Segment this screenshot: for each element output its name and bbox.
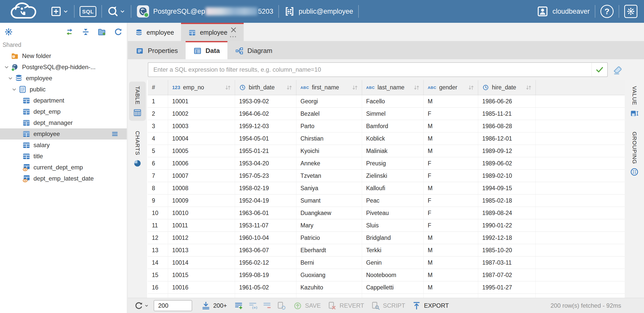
grid-cell[interactable]: Bridgland — [362, 232, 424, 244]
grid-cell[interactable]: Peac — [362, 194, 424, 207]
grid-cell[interactable]: Kalloufi — [362, 182, 424, 194]
grid-cell[interactable]: M — [424, 182, 478, 194]
grid-cell[interactable]: 14 — [148, 257, 168, 269]
column-header-emp_no[interactable]: 123emp_no — [168, 80, 235, 95]
sort-icon[interactable] — [525, 84, 532, 91]
grid-cell[interactable]: 1957-05-23 — [235, 170, 296, 182]
grid-cell[interactable]: Bezalel — [296, 108, 362, 120]
new-folder-icon[interactable] — [97, 27, 106, 36]
sort-icon[interactable] — [467, 84, 475, 91]
grid-cell[interactable]: 1955-01-21 — [235, 145, 296, 157]
tree-item-dept-manager[interactable]: dept_manager — [0, 117, 127, 128]
tree-item-salary[interactable]: salary — [0, 140, 127, 151]
grid-cell[interactable]: 11 — [148, 219, 168, 231]
grid-cell[interactable]: 10016 — [168, 281, 235, 294]
grid-cell[interactable]: 1954-05-01 — [235, 132, 296, 145]
grid-cell[interactable]: Tzvetan — [296, 170, 362, 182]
grid-cell[interactable]: F — [424, 194, 478, 207]
grid-cell[interactable]: 1994-09-15 — [478, 182, 536, 194]
user-menu[interactable]: cloudbeaver — [534, 0, 593, 23]
grid-cell[interactable]: 10002 — [168, 108, 235, 120]
grid-cell[interactable]: 1987-07-02 — [478, 269, 536, 281]
rail-tab-value[interactable]: VALUE — [626, 82, 643, 122]
rail-tab-grouping[interactable]: GROUPING — [626, 127, 643, 180]
grid-cell[interactable]: 1992-12-18 — [478, 232, 536, 244]
grid-cell[interactable]: 1952-04-19 — [235, 194, 296, 207]
column-header-first_name[interactable]: ABCfirst_name — [296, 80, 362, 95]
grid-cell[interactable]: 10014 — [168, 257, 235, 269]
schema-selector[interactable]: public@employee — [281, 0, 356, 23]
sql-editor-button[interactable]: SQL — [77, 0, 99, 23]
grid-cell[interactable]: Terkki — [362, 244, 424, 256]
grid-cell[interactable]: Piveteau — [362, 207, 424, 219]
grid-cell[interactable]: 1960-10-04 — [235, 232, 296, 244]
grid-cell[interactable]: 3 — [148, 120, 168, 132]
refresh-icon[interactable] — [114, 27, 123, 36]
tab-diagram[interactable]: Diagram — [227, 41, 280, 59]
tree-item-employee[interactable]: employee — [0, 73, 127, 84]
column-header-rownum[interactable]: # — [148, 80, 168, 95]
grid-cell[interactable]: Kazuhito — [296, 281, 362, 294]
grid-cell[interactable]: 10006 — [168, 157, 235, 169]
grid-cell[interactable]: 1959-08-19 — [235, 269, 296, 281]
grid-cell[interactable]: 1985-02-18 — [478, 194, 536, 207]
connection-selector[interactable]: PostgreSQL@ep5203 — [133, 0, 276, 23]
grid-cell[interactable]: M — [424, 244, 478, 256]
grid-cell[interactable]: Maliniak — [362, 145, 424, 157]
grid-cell[interactable]: F — [424, 170, 478, 182]
grid-cell[interactable]: 10012 — [168, 232, 235, 244]
grid-cell[interactable]: 1989-09-12 — [478, 145, 536, 157]
grid-cell[interactable]: 10015 — [168, 269, 235, 281]
grid-cell[interactable]: F — [424, 108, 478, 120]
grid-cell[interactable]: Koblick — [362, 132, 424, 145]
row-menu-icon[interactable] — [111, 130, 119, 138]
tree-item-new-folder[interactable]: New folder — [0, 50, 127, 62]
grid-cell[interactable]: 16 — [148, 281, 168, 294]
grid-cell[interactable]: Bamford — [362, 120, 424, 132]
grid-cell[interactable]: 1990-01-22 — [478, 219, 536, 231]
grid-cell[interactable]: 10005 — [168, 145, 235, 157]
tree-item-public[interactable]: public — [0, 84, 127, 95]
collapse-all-icon[interactable] — [81, 27, 90, 36]
grid-cell[interactable]: Sumant — [296, 194, 362, 207]
grid-cell[interactable]: F — [424, 157, 478, 169]
grid-cell[interactable]: 10008 — [168, 182, 235, 194]
grid-cell[interactable]: M — [424, 269, 478, 281]
grid-cell[interactable]: 12 — [148, 232, 168, 244]
tree-item-employee[interactable]: employee — [0, 128, 127, 140]
grid-cell[interactable]: 10011 — [168, 219, 235, 231]
rail-tab-table[interactable]: TABLE — [129, 82, 146, 121]
grid-cell[interactable]: F — [424, 207, 478, 219]
grid-cell[interactable]: 1953-09-02 — [235, 95, 296, 107]
grid-cell[interactable]: 10010 — [168, 207, 235, 219]
grid-cell[interactable]: M — [424, 281, 478, 294]
grid-cell[interactable]: M — [424, 232, 478, 244]
navigator-settings-icon[interactable] — [4, 27, 13, 36]
grid-cell[interactable]: M — [424, 120, 478, 132]
grid-cell[interactable]: Georgi — [296, 95, 362, 107]
grid-cell[interactable]: Preusig — [362, 157, 424, 169]
grid-cell[interactable]: Mary — [296, 219, 362, 231]
editor-tab[interactable]: employee — [181, 23, 243, 41]
row-limit-input[interactable] — [154, 300, 192, 311]
link-editor-icon[interactable] — [65, 27, 74, 36]
tree-item-postgresql-ep-hidden-[interactable]: PostgreSQL@ep-hidden-... — [0, 62, 127, 73]
rail-tab-charts[interactable]: CHARTS — [129, 126, 146, 171]
grid-cell[interactable]: 8 — [148, 182, 168, 194]
grid-cell[interactable]: 5 — [148, 145, 168, 157]
grid-cell[interactable]: Kyoichi — [296, 145, 362, 157]
grid-cell[interactable]: 1961-05-02 — [235, 281, 296, 294]
tree-item-dept-emp-latest-date[interactable]: dept_emp_latest_date — [0, 173, 127, 184]
grid-cell[interactable]: M — [424, 257, 478, 269]
grid-cell[interactable]: Eberhardt — [296, 244, 362, 256]
new-object-button[interactable] — [47, 0, 72, 23]
grid-cell[interactable]: 1958-02-19 — [235, 182, 296, 194]
grid-cell[interactable]: Zielinski — [362, 170, 424, 182]
grid-cell[interactable]: 10009 — [168, 194, 235, 207]
column-header-last_name[interactable]: ABClast_name — [362, 80, 424, 95]
grid-cell[interactable]: 1959-12-03 — [235, 120, 296, 132]
grid-cell[interactable]: 6 — [148, 157, 168, 169]
export-button[interactable]: EXPORT — [408, 301, 452, 310]
grid-cell[interactable]: 1985-10-20 — [478, 244, 536, 256]
chevron-down-icon[interactable] — [3, 63, 11, 71]
